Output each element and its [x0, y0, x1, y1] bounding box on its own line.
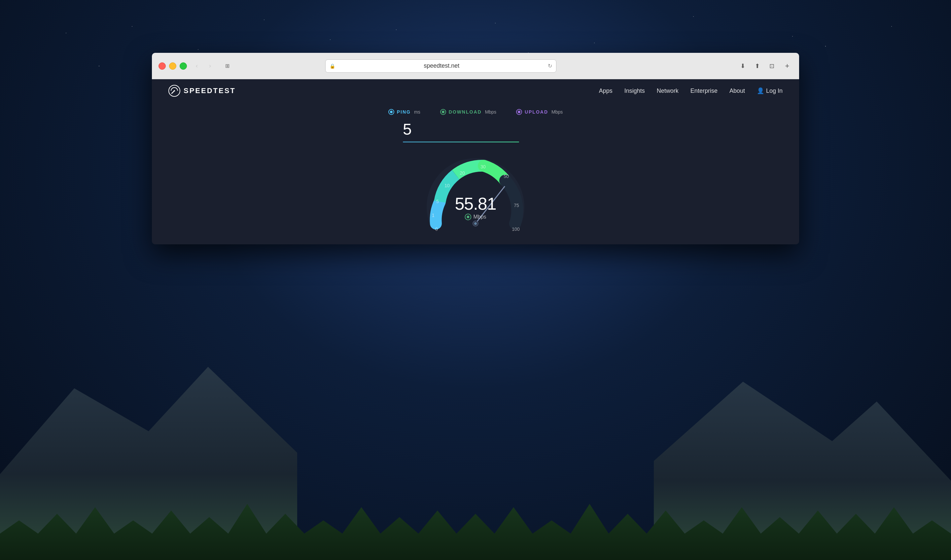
ping-dot-inner	[390, 111, 392, 113]
svg-text:50: 50	[503, 174, 509, 179]
website-content: SPEEDTEST Apps Insights Network Enterpri…	[152, 79, 799, 245]
svg-point-1	[174, 90, 175, 91]
logo-text: SPEEDTEST	[183, 86, 236, 95]
progress-line-container	[403, 142, 548, 143]
upload-unit: Mbps	[551, 109, 563, 115]
upload-dot-inner	[518, 111, 520, 113]
download-unit: Mbps	[485, 109, 496, 115]
ping-unit: ms	[414, 109, 420, 115]
download-unit-dot	[465, 214, 471, 220]
lock-icon: 🔒	[329, 63, 335, 69]
traffic-lights	[158, 62, 187, 70]
download-stat: DOWNLOAD Mbps	[440, 109, 496, 115]
speedtest-logo-icon	[168, 85, 180, 97]
reload-button[interactable]: ↻	[548, 63, 552, 69]
gauge-number: 55.81	[455, 195, 496, 212]
gauge-unit: Mbps	[455, 214, 496, 220]
browser-toolbar: ‹ › ⊞ 🔒 speedtest.net ↻ ⬇ ⬆ ⊡ +	[152, 53, 799, 79]
site-logo: SPEEDTEST	[168, 85, 236, 97]
ping-label: PING	[397, 109, 411, 115]
download-button[interactable]: ⬇	[737, 60, 749, 72]
gauge-svg: 0 1 5 10 20 30 50 75 100	[419, 148, 532, 240]
view-button[interactable]: ⊡	[766, 60, 778, 72]
browser-action-buttons: ⬇ ⬆ ⊡	[737, 60, 778, 72]
browser-window: ‹ › ⊞ 🔒 speedtest.net ↻ ⬇ ⬆ ⊡ +	[152, 53, 799, 245]
nav-apps[interactable]: Apps	[599, 88, 612, 94]
svg-text:30: 30	[480, 164, 486, 169]
svg-text:5: 5	[436, 199, 439, 204]
svg-text:0: 0	[435, 226, 438, 232]
tab-view-button[interactable]: ⊞	[221, 60, 233, 72]
download-label: DOWNLOAD	[449, 109, 482, 115]
nav-network[interactable]: Network	[657, 88, 679, 94]
ping-value: 5	[403, 120, 412, 138]
upload-label: UPLOAD	[525, 109, 548, 115]
minimize-button[interactable]	[169, 62, 176, 70]
svg-text:1: 1	[432, 213, 435, 218]
person-icon: 👤	[757, 87, 764, 94]
download-unit-dot-inner	[466, 215, 469, 218]
ping-indicator	[388, 109, 394, 115]
address-bar[interactable]: 🔒 speedtest.net ↻	[325, 60, 556, 72]
svg-text:100: 100	[512, 226, 520, 232]
download-indicator	[440, 109, 446, 115]
share-button[interactable]: ⬆	[752, 60, 763, 72]
svg-text:10: 10	[445, 183, 450, 188]
gauge-unit-text: Mbps	[473, 214, 486, 220]
forward-button[interactable]: ›	[204, 60, 216, 72]
stats-row: PING ms DOWNLOAD Mbps UPLOAD Mbps	[388, 109, 563, 115]
nav-insights[interactable]: Insights	[625, 88, 645, 94]
close-button[interactable]	[158, 62, 166, 70]
svg-text:75: 75	[514, 203, 519, 208]
url-display: speedtest.net	[338, 62, 545, 69]
download-dot-inner	[442, 111, 445, 113]
upload-stat: UPLOAD Mbps	[516, 109, 563, 115]
progress-line	[403, 142, 519, 142]
svg-point-13	[474, 222, 477, 225]
ping-stat: PING ms	[388, 109, 420, 115]
upload-indicator	[516, 109, 522, 115]
maximize-button[interactable]	[180, 62, 187, 70]
browser-nav-buttons: ‹ ›	[191, 60, 216, 72]
site-navigation: SPEEDTEST Apps Insights Network Enterpri…	[152, 79, 799, 102]
gauge-container: 0 1 5 10 20 30 50 75 100	[419, 148, 532, 240]
nav-links: Apps Insights Network Enterprise About 👤…	[599, 87, 783, 94]
back-button[interactable]: ‹	[191, 60, 203, 72]
nav-about[interactable]: About	[729, 88, 745, 94]
gauge-value-display: 55.81 Mbps	[455, 195, 496, 220]
add-tab-button[interactable]: +	[782, 61, 792, 71]
speed-test-area: PING ms DOWNLOAD Mbps UPLOAD Mbps	[152, 102, 799, 245]
login-label: Log In	[766, 88, 783, 94]
nav-enterprise[interactable]: Enterprise	[691, 88, 717, 94]
svg-text:20: 20	[460, 171, 465, 176]
login-button[interactable]: 👤 Log In	[757, 87, 783, 94]
